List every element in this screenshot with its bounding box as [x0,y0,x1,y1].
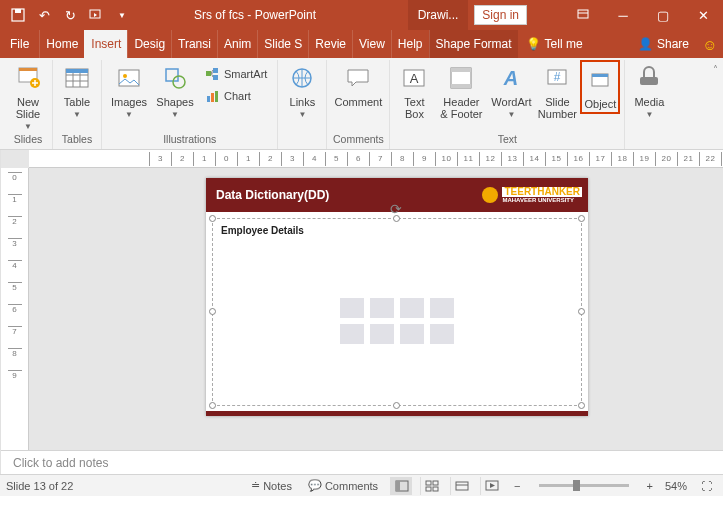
feedback-icon[interactable]: ☺ [697,30,723,58]
table-button[interactable]: Table ▼ [57,60,97,121]
images-label: Images [111,96,147,108]
notes-toggle[interactable]: ≐Notes [247,479,296,492]
svg-rect-1 [15,9,21,13]
content-placeholder[interactable]: Employee Details ⟳ [212,218,582,406]
tab-slideshow[interactable]: Slide S [257,30,308,58]
zoom-in-icon[interactable]: + [643,480,657,492]
slide-sorter-view-icon[interactable] [420,477,442,495]
selection-handle[interactable] [209,402,216,409]
comments-icon: 💬 [308,479,322,492]
undo-icon[interactable]: ↶ [32,3,56,27]
slide-counter[interactable]: Slide 13 of 22 [6,480,73,492]
tab-help[interactable]: Help [391,30,429,58]
placeholder-insert-icons[interactable] [340,298,454,344]
insert-online-picture-icon[interactable] [370,324,394,344]
rotation-handle-icon[interactable]: ⟳ [390,201,404,215]
selection-handle[interactable] [578,308,585,315]
selection-handle[interactable] [393,215,400,222]
horizontal-ruler: 3210123456789101112131415161718192021222… [29,150,723,168]
tell-me-label: Tell me [545,37,583,51]
images-button[interactable]: Images ▼ [106,60,152,121]
drawing-tools-context-tab[interactable]: Drawi... [408,0,469,30]
zoom-slider[interactable] [539,484,629,487]
insert-icon-icon[interactable] [430,324,454,344]
svg-rect-18 [211,93,214,102]
tab-home[interactable]: Home [39,30,84,58]
slide-viewport[interactable]: Data Dictionary(DD) TEERTHANKERMAHAVEER … [29,168,723,450]
ribbon-options-icon[interactable] [563,0,603,30]
svg-rect-37 [433,487,438,491]
zoom-level[interactable]: 54% [665,480,687,492]
svg-rect-6 [19,68,37,71]
tab-view[interactable]: View [352,30,391,58]
insert-smartart-icon[interactable] [400,298,424,318]
reading-view-icon[interactable] [450,477,472,495]
selection-handle[interactable] [209,215,216,222]
selection-handle[interactable] [209,308,216,315]
zoom-out-icon[interactable]: − [510,480,524,492]
chevron-down-icon: ▼ [645,110,653,119]
slide-number-button[interactable]: # Slide Number [534,60,580,122]
header-footer-button[interactable]: Header & Footer [434,60,488,122]
group-label-tables: Tables [62,131,92,147]
tell-me[interactable]: 💡Tell me [518,30,591,58]
tab-design[interactable]: Desig [127,30,171,58]
text-box-button[interactable]: A Text Box [394,60,434,122]
selection-handle[interactable] [578,402,585,409]
svg-rect-34 [426,481,431,485]
insert-3d-icon[interactable] [430,298,454,318]
save-icon[interactable] [6,3,30,27]
redo-icon[interactable]: ↻ [58,3,82,27]
smartart-label: SmartArt [224,68,267,80]
qat-dropdown-icon[interactable]: ▼ [110,3,134,27]
share-button[interactable]: 👤Share [630,30,697,58]
ribbon: New Slide ▼ Slides Table ▼ Tables Images… [0,58,723,150]
media-button[interactable]: Media ▼ [629,60,669,121]
wordart-button[interactable]: A WordArt ▼ [488,60,534,121]
selection-handle[interactable] [393,402,400,409]
chart-button[interactable]: Chart [202,86,269,106]
insert-picture-icon[interactable] [340,324,364,344]
tab-insert[interactable]: Insert [84,30,127,58]
selection-handle[interactable] [578,215,585,222]
group-illustrations: Images ▼ Shapes ▼ SmartArt Chart Illustr… [102,60,278,149]
tab-animations[interactable]: Anim [217,30,257,58]
new-slide-button[interactable]: New Slide ▼ [8,60,48,133]
smartart-button[interactable]: SmartArt [202,64,269,84]
insert-chart-icon[interactable] [370,298,394,318]
fit-to-window-icon[interactable]: ⛶ [695,477,717,495]
group-label-media [648,131,651,147]
share-icon: 👤 [638,37,653,51]
comment-button[interactable]: Comment [331,60,385,110]
start-from-beginning-icon[interactable] [84,3,108,27]
slide-number-icon: # [541,62,573,94]
slideshow-view-icon[interactable] [480,477,502,495]
svg-text:A: A [410,71,419,86]
minimize-icon[interactable]: ─ [603,0,643,30]
insert-table-icon[interactable] [340,298,364,318]
maximize-icon[interactable]: ▢ [643,0,683,30]
insert-video-icon[interactable] [400,324,424,344]
notes-pane[interactable]: Click to add notes [1,450,723,474]
links-button[interactable]: Links ▼ [282,60,322,121]
tab-file[interactable]: File [0,30,39,58]
object-button[interactable]: Object [580,60,620,114]
wordart-label: WordArt [491,96,531,108]
svg-rect-33 [396,481,400,491]
tab-shape-format[interactable]: Shape Format [429,30,518,58]
tab-transitions[interactable]: Transi [171,30,217,58]
slide-title: Data Dictionary(DD) [216,188,329,202]
close-icon[interactable]: ✕ [683,0,723,30]
chevron-down-icon: ▼ [24,122,32,131]
sign-in-button[interactable]: Sign in [474,5,527,25]
normal-view-icon[interactable] [390,477,412,495]
text-box-icon: A [398,62,430,94]
tab-review[interactable]: Revie [308,30,352,58]
slide[interactable]: Data Dictionary(DD) TEERTHANKERMAHAVEER … [206,178,588,416]
comments-toggle[interactable]: 💬Comments [304,479,382,492]
collapse-ribbon-icon[interactable]: ˄ [707,60,723,149]
svg-point-13 [173,76,185,88]
media-icon [633,62,665,94]
zoom-slider-knob[interactable] [573,480,580,491]
shapes-button[interactable]: Shapes ▼ [152,60,198,121]
